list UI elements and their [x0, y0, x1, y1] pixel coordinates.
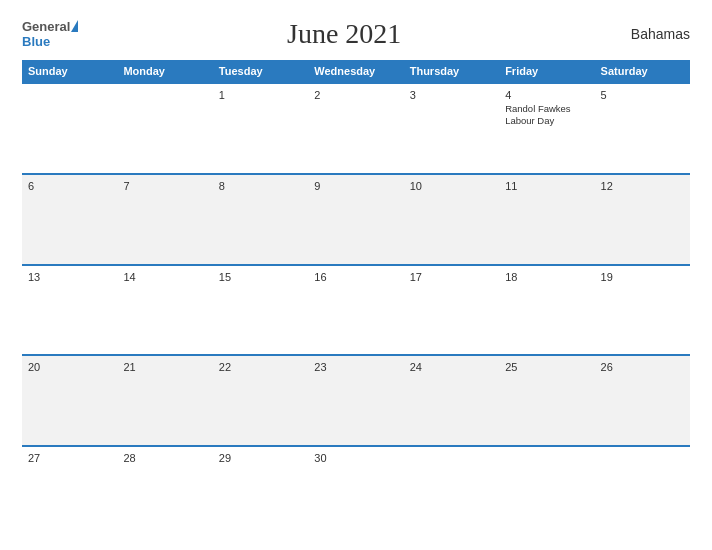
day-header-friday: Friday [499, 60, 594, 82]
day-number: 27 [28, 452, 111, 464]
day-cell: 6 [22, 175, 117, 264]
day-cell: 5 [595, 84, 690, 173]
day-number: 5 [601, 89, 684, 101]
day-header-sunday: Sunday [22, 60, 117, 82]
day-cell: 18 [499, 266, 594, 355]
day-number: 8 [219, 180, 302, 192]
logo: General Blue [22, 19, 78, 49]
calendar: SundayMondayTuesdayWednesdayThursdayFrid… [22, 60, 690, 536]
day-number: 20 [28, 361, 111, 373]
day-header-monday: Monday [117, 60, 212, 82]
day-cell: 7 [117, 175, 212, 264]
day-number: 4 [505, 89, 588, 101]
day-cell: 14 [117, 266, 212, 355]
day-number: 13 [28, 271, 111, 283]
day-number: 17 [410, 271, 493, 283]
day-number: 19 [601, 271, 684, 283]
week-row-4: 20212223242526 [22, 354, 690, 445]
day-cell: 23 [308, 356, 403, 445]
week-row-5: 27282930 [22, 445, 690, 536]
day-number: 23 [314, 361, 397, 373]
day-cell: 1 [213, 84, 308, 173]
day-cell: 30 [308, 447, 403, 536]
day-cell: 27 [22, 447, 117, 536]
day-number: 24 [410, 361, 493, 373]
day-cell [499, 447, 594, 536]
day-event: Randol Fawkes Labour Day [505, 103, 588, 128]
day-cell: 29 [213, 447, 308, 536]
day-cell: 15 [213, 266, 308, 355]
day-cell [22, 84, 117, 173]
day-number: 6 [28, 180, 111, 192]
week-row-1: 1234Randol Fawkes Labour Day5 [22, 82, 690, 173]
logo-blue: Blue [22, 34, 50, 49]
day-cell [595, 447, 690, 536]
calendar-page: General Blue June 2021 Bahamas SundayMon… [0, 0, 712, 550]
day-cell: 10 [404, 175, 499, 264]
day-header-wednesday: Wednesday [308, 60, 403, 82]
country-name: Bahamas [610, 26, 690, 42]
day-number: 16 [314, 271, 397, 283]
day-number: 25 [505, 361, 588, 373]
day-cell [404, 447, 499, 536]
day-cell: 24 [404, 356, 499, 445]
day-cell: 20 [22, 356, 117, 445]
day-number: 7 [123, 180, 206, 192]
day-number: 29 [219, 452, 302, 464]
day-cell [117, 84, 212, 173]
day-cell: 28 [117, 447, 212, 536]
day-number: 21 [123, 361, 206, 373]
day-cell: 2 [308, 84, 403, 173]
day-cell: 8 [213, 175, 308, 264]
day-number: 3 [410, 89, 493, 101]
logo-general: General [22, 19, 70, 34]
day-header-tuesday: Tuesday [213, 60, 308, 82]
day-number: 26 [601, 361, 684, 373]
day-cell: 19 [595, 266, 690, 355]
day-headers-row: SundayMondayTuesdayWednesdayThursdayFrid… [22, 60, 690, 82]
day-cell: 25 [499, 356, 594, 445]
day-number: 2 [314, 89, 397, 101]
month-title: June 2021 [78, 18, 610, 50]
day-cell: 16 [308, 266, 403, 355]
day-cell: 11 [499, 175, 594, 264]
day-number: 9 [314, 180, 397, 192]
day-number: 22 [219, 361, 302, 373]
day-cell: 13 [22, 266, 117, 355]
day-number: 28 [123, 452, 206, 464]
day-number: 15 [219, 271, 302, 283]
week-row-3: 13141516171819 [22, 264, 690, 355]
logo-triangle-icon [71, 20, 78, 32]
day-header-thursday: Thursday [404, 60, 499, 82]
week-row-2: 6789101112 [22, 173, 690, 264]
day-number: 14 [123, 271, 206, 283]
day-header-saturday: Saturday [595, 60, 690, 82]
day-number: 12 [601, 180, 684, 192]
day-number: 18 [505, 271, 588, 283]
weeks: 1234Randol Fawkes Labour Day567891011121… [22, 82, 690, 536]
day-cell: 12 [595, 175, 690, 264]
day-cell: 9 [308, 175, 403, 264]
day-cell: 17 [404, 266, 499, 355]
day-cell: 21 [117, 356, 212, 445]
day-cell: 3 [404, 84, 499, 173]
day-number: 30 [314, 452, 397, 464]
day-cell: 22 [213, 356, 308, 445]
day-number: 1 [219, 89, 302, 101]
header: General Blue June 2021 Bahamas [22, 18, 690, 50]
day-cell: 4Randol Fawkes Labour Day [499, 84, 594, 173]
day-number: 10 [410, 180, 493, 192]
day-cell: 26 [595, 356, 690, 445]
day-number: 11 [505, 180, 588, 192]
